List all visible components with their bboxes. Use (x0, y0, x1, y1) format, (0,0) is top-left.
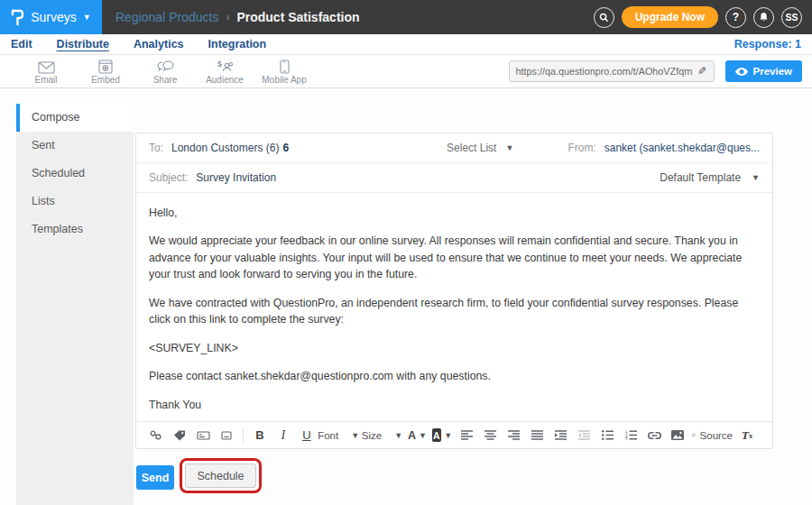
sidebar-item-compose[interactable]: Compose (16, 104, 134, 132)
sidebar-item-lists[interactable]: Lists (16, 188, 134, 216)
survey-tabs: Edit Distribute Analytics Integration Re… (0, 34, 812, 55)
font-label: Font (318, 430, 338, 441)
insert-image-icon[interactable] (669, 426, 687, 445)
breadcrumb-folder-link[interactable]: Regional Products (115, 10, 218, 24)
channel-share[interactable]: Share (135, 59, 195, 85)
email-body-paragraph: We have contracted with QuestionPro, an … (149, 295, 760, 328)
tab-edit[interactable]: Edit (11, 38, 32, 50)
subject-label: Subject: (149, 171, 188, 184)
upgrade-now-button[interactable]: Upgrade Now (622, 6, 718, 28)
questionpro-logo-icon (11, 9, 24, 26)
source-button[interactable]: Source (692, 426, 733, 445)
edit-url-pencil-icon[interactable]: ✎ (697, 65, 706, 78)
bg-color-letter: A (432, 428, 442, 442)
channel-label: Mobile App (262, 75, 306, 85)
chevron-down-icon: ▼ (351, 431, 359, 440)
from-label: From: (567, 142, 595, 154)
preview-label: Preview (753, 66, 792, 77)
breadcrumb-survey-title: Product Satisfaction (236, 10, 359, 24)
survey-url-input[interactable] (516, 66, 694, 77)
response-count[interactable]: Response: 1 (734, 38, 801, 50)
to-recipient-list[interactable]: London Customers (6) (171, 142, 279, 154)
preview-button[interactable]: Preview (725, 60, 802, 82)
to-row: To: London Customers (6) 6 Select List ▼… (136, 133, 772, 163)
merge-tag-icon[interactable] (171, 426, 189, 445)
email-icon (38, 59, 55, 74)
email-body-paragraph: We would appreciate your feedback in our… (149, 233, 760, 282)
remove-format-icon[interactable]: Tx (738, 426, 756, 445)
chevron-down-icon: ▼ (752, 173, 760, 182)
chevron-down-icon: ▼ (83, 14, 91, 22)
notifications-bell-icon[interactable] (753, 7, 774, 28)
to-label: To: (149, 142, 163, 154)
send-button[interactable]: Send (136, 465, 174, 490)
background-color-button[interactable]: A ▼ (432, 426, 453, 445)
from-sender[interactable]: sanket (sanket.shekdar@ques... (604, 142, 760, 154)
select-list-dropdown[interactable]: Select List ▼ (447, 142, 513, 154)
surveys-product-switcher[interactable]: Surveys ▼ (0, 0, 102, 34)
font-size-dropdown[interactable]: Size ▼ (364, 426, 399, 445)
insert-button-icon[interactable] (217, 426, 235, 445)
bulleted-list-icon[interactable] (598, 426, 616, 445)
size-label: Size (362, 430, 382, 441)
svg-text:$: $ (217, 60, 222, 69)
chevron-down-icon: ▼ (505, 143, 513, 152)
survey-url-field[interactable]: ✎ (509, 60, 715, 82)
mobile-app-icon (280, 59, 290, 74)
tab-distribute[interactable]: Distribute (57, 38, 109, 50)
email-body-paragraph: Hello, (149, 205, 760, 221)
decrease-indent-icon[interactable] (575, 426, 593, 445)
embed-icon (98, 59, 113, 74)
channel-embed[interactable]: Embed (76, 59, 135, 85)
bold-button[interactable]: B (251, 426, 269, 445)
text-color-button[interactable]: A ▼ (409, 426, 427, 445)
chevron-down-icon: ▼ (394, 431, 402, 440)
audience-icon: $ (217, 59, 234, 74)
channel-label: Embed (91, 75, 120, 85)
header-actions: Upgrade Now ? SS (594, 6, 812, 28)
channel-mobile-app[interactable]: Mobile App (254, 59, 314, 85)
email-body-editor[interactable]: Hello, We would appreciate your feedback… (136, 193, 772, 421)
breadcrumb: Regional Products › Product Satisfaction (115, 10, 360, 24)
search-icon[interactable] (594, 7, 614, 28)
to-recipient-count: 6 (282, 142, 289, 154)
align-left-icon[interactable] (457, 426, 475, 445)
chevron-down-icon: ▼ (419, 431, 427, 440)
underline-button[interactable]: U (298, 426, 316, 445)
sidebar-item-sent[interactable]: Sent (16, 132, 134, 160)
avatar[interactable]: SS (781, 7, 802, 28)
app-label: Surveys (31, 10, 77, 24)
email-body-paragraph: Thank You (149, 397, 760, 413)
subject-input[interactable]: Survey Invitation (196, 171, 276, 184)
schedule-button[interactable]: Schedule (185, 464, 256, 488)
align-center-icon[interactable] (481, 426, 499, 445)
template-dropdown[interactable]: Default Template ▼ (660, 171, 760, 184)
channel-label: Audience (206, 75, 244, 85)
email-body-paragraph: <SURVEY_LINK> (149, 340, 760, 356)
channel-email[interactable]: Email (16, 59, 76, 85)
breadcrumb-separator: › (226, 11, 229, 23)
sidebar-item-templates[interactable]: Templates (16, 216, 134, 243)
insert-link-icon[interactable] (645, 426, 663, 445)
italic-button[interactable]: I (274, 426, 292, 445)
align-right-icon[interactable] (504, 426, 522, 445)
sidebar-item-scheduled[interactable]: Scheduled (16, 160, 134, 188)
subject-row: Subject: Survey Invitation Default Templ… (136, 163, 772, 193)
survey-link-area: ✎ Preview (509, 60, 812, 82)
tab-integration[interactable]: Integration (208, 38, 267, 50)
numbered-list-icon[interactable]: 123 (622, 426, 640, 445)
justify-icon[interactable] (528, 426, 546, 445)
survey-link-icon[interactable] (147, 426, 165, 445)
select-list-label: Select List (447, 142, 496, 154)
eye-icon (735, 68, 748, 76)
increase-indent-icon[interactable] (551, 426, 569, 445)
channel-audience[interactable]: $ Audience (195, 59, 254, 85)
embed-data-card-icon[interactable] (194, 426, 212, 445)
tab-analytics[interactable]: Analytics (134, 38, 184, 50)
schedule-highlight-annotation: Schedule (180, 458, 262, 493)
source-doc-icon (692, 429, 695, 441)
font-family-dropdown[interactable]: Font ▼ (321, 426, 356, 445)
help-button[interactable]: ? (725, 7, 746, 28)
channel-label: Share (153, 75, 178, 85)
share-icon (157, 59, 174, 74)
